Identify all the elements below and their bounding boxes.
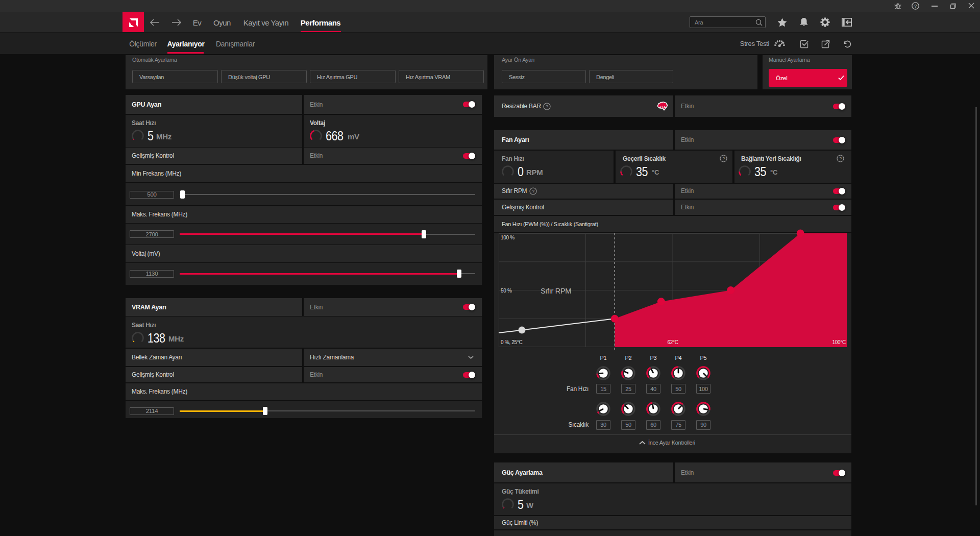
svg-text:?: ? (722, 155, 725, 161)
svg-text:?: ? (546, 103, 548, 109)
svg-text:?: ? (532, 188, 534, 193)
svg-text:?: ? (839, 155, 842, 161)
svg-text:?: ? (914, 3, 917, 9)
